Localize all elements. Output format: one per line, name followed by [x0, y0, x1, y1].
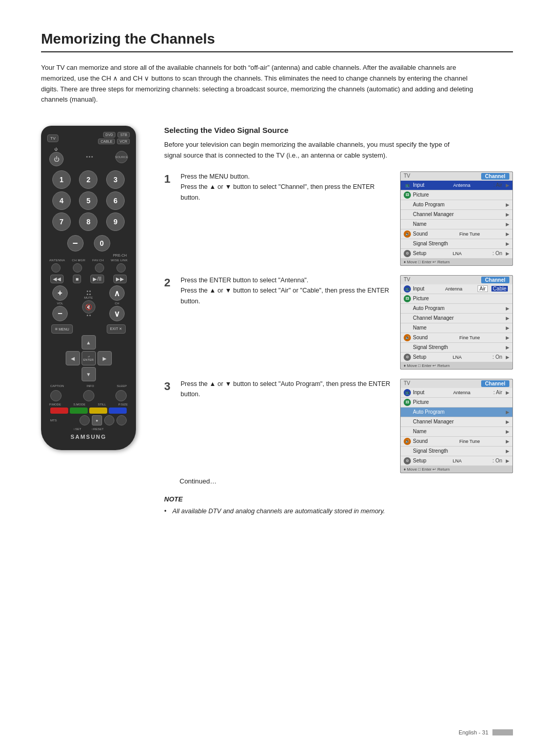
record-button[interactable]: ● — [92, 415, 102, 425]
blue-button[interactable] — [109, 408, 127, 414]
caption-info-sleep-buttons — [50, 390, 127, 401]
power-button[interactable]: ⏻ — [49, 152, 64, 166]
dpad-enter-button[interactable]: ⏎ ENTER — [82, 351, 96, 365]
tv-button[interactable]: TV — [47, 134, 58, 142]
chmgr-label: CH MGR — [72, 259, 85, 262]
step-2-number: 2 — [164, 276, 173, 289]
stb-button[interactable]: STB — [117, 132, 130, 138]
s3-setup-icon: ⚙ — [404, 457, 411, 464]
s2-input-icon: 📺 — [404, 285, 411, 293]
s3-chmgr-label: Channel Manager — [413, 419, 504, 424]
rewind-button[interactable]: ◀◀ — [50, 275, 64, 283]
favch-button[interactable] — [95, 263, 104, 273]
s1-lna-label: LNA — [453, 251, 491, 256]
dpad-right-button[interactable]: ▶ — [97, 351, 112, 365]
s1-signal-label: Signal Strength — [413, 241, 504, 246]
power-source-row: ⏻ ⏻ SOURCE — [47, 147, 130, 166]
tv-s3-picture-row: 🖼 Picture — [401, 398, 512, 408]
s2-footer-text: ♦ Move □ Enter ↩ Return — [404, 363, 450, 368]
signal-spacer — [404, 240, 411, 247]
chmgr-spacer — [404, 211, 411, 218]
num-5-button[interactable]: 5 — [79, 191, 97, 210]
s2-autoprogram-label: Auto Program — [413, 305, 504, 311]
info-label: INFO — [87, 384, 94, 387]
chmgr-button[interactable] — [73, 263, 82, 273]
stop-button[interactable]: ■ — [73, 275, 81, 283]
tv-screen-1: TV Channel 📺 Input Antenna : Air ▶ — [400, 171, 513, 266]
s3-signal-arrow: ▶ — [506, 449, 509, 454]
num-2-button[interactable]: 2 — [79, 170, 97, 189]
s2-autoprogram-arrow: ▶ — [506, 306, 509, 311]
ch-group: ∧ CH ∨ — [109, 285, 125, 321]
menu-button[interactable]: ≡ MENU — [51, 324, 73, 334]
setup-icon: ⚙ — [404, 250, 411, 257]
s1-finetune-arrow: ▶ — [506, 231, 509, 237]
vcr-button[interactable]: VCR — [117, 139, 130, 144]
s2-signal-label: Signal Strength — [413, 344, 504, 350]
dvd-button[interactable]: DVD — [103, 132, 116, 138]
dpad-down-button[interactable]: ▼ — [82, 367, 96, 381]
num-3-button[interactable]: 3 — [106, 170, 125, 189]
exit-button[interactable]: EXIT ✕ — [107, 324, 126, 334]
wiselink-label: WISE LINK — [111, 259, 128, 262]
vol-group: + VOL − — [52, 285, 68, 321]
mute-button[interactable]: 🔇 — [82, 300, 95, 314]
caption-button[interactable] — [50, 390, 62, 401]
vol-up-button[interactable]: + — [52, 285, 68, 301]
wiselink-button[interactable] — [116, 263, 126, 273]
steps-area: 1 Press the MENU button. Press the ▲ or … — [164, 171, 513, 473]
dpad-up-button[interactable]: ▲ — [82, 335, 96, 350]
cable-button[interactable]: CABLE — [98, 139, 115, 144]
dash-button[interactable]: − — [67, 235, 84, 251]
mts-button[interactable] — [80, 415, 90, 425]
dots-right — [87, 315, 91, 316]
tv-s3-signal-row: Signal Strength ▶ — [401, 447, 512, 456]
green-button[interactable] — [70, 408, 88, 414]
antenna-button[interactable] — [51, 263, 61, 273]
s2-name-label: Name — [413, 325, 504, 331]
transport-controls: ◀◀ ■ ▶/II ▶▶ — [50, 275, 127, 283]
num-0-button[interactable]: 0 — [94, 235, 110, 251]
play-pause-button[interactable]: ▶/II — [90, 275, 104, 283]
pmode-row-labels: P.MODE S.MODE STILL P.SIZE — [49, 403, 128, 406]
num-4-button[interactable]: 4 — [52, 191, 71, 210]
s2-lna-label: LNA — [453, 355, 491, 360]
extra-buttons: ● — [80, 415, 127, 425]
remote-control: TV DVD STB CABLE VCR — [41, 126, 136, 450]
extra-button-2[interactable] — [104, 415, 114, 425]
yellow-button[interactable] — [89, 408, 107, 414]
num-9-button[interactable]: 9 — [106, 212, 125, 231]
ch-up-button[interactable]: ∧ — [109, 285, 125, 301]
sleep-button[interactable] — [115, 390, 127, 401]
s3-signal-label: Signal Strength — [413, 448, 504, 454]
right-content: Selecting the Video Signal Source Before… — [164, 126, 513, 516]
page-title: Memorizing the Channels — [41, 31, 513, 52]
vol-down-button[interactable]: − — [52, 306, 68, 321]
tv-s2-picture-row: 🖼 Picture — [401, 294, 512, 304]
extra-button-3[interactable] — [116, 415, 127, 425]
s3-chmgr-spacer — [404, 418, 411, 425]
dpad-left-button[interactable]: ◀ — [66, 351, 80, 365]
s1-antenna-label: Antenna — [453, 183, 491, 188]
tv-s1-input-row: 📺 Input Antenna : Air ▶ — [401, 181, 512, 190]
s1-name-label: Name — [413, 221, 504, 227]
num-8-button[interactable]: 8 — [79, 212, 97, 231]
func-circles — [51, 263, 126, 273]
red-button[interactable] — [50, 408, 68, 414]
info-button[interactable] — [83, 390, 94, 401]
num-1-button[interactable]: 1 — [52, 170, 71, 189]
s3-autoprogram-arrow: ▶ — [506, 410, 509, 415]
fast-forward-button[interactable]: ▶▶ — [113, 275, 127, 283]
source-button[interactable]: SOURCE — [115, 151, 128, 163]
num-7-button[interactable]: 7 — [52, 212, 71, 231]
num-6-button[interactable]: 6 — [106, 191, 125, 210]
remote-top-buttons: TV DVD STB CABLE VCR — [47, 132, 130, 144]
s2-name-spacer — [404, 324, 411, 332]
step-1-row: 1 Press the MENU button. Press the ▲ or … — [164, 171, 513, 266]
ch-down-button[interactable]: ∨ — [109, 306, 125, 321]
s2-signal-arrow: ▶ — [506, 345, 509, 350]
s3-lna-arrow: ▶ — [506, 458, 509, 463]
mute-area: MUTE 🔇 — [82, 290, 95, 316]
s1-footer-text: ♦ Move □ Enter ↩ Return — [404, 260, 450, 264]
s1-air-value: : Air — [493, 182, 502, 188]
